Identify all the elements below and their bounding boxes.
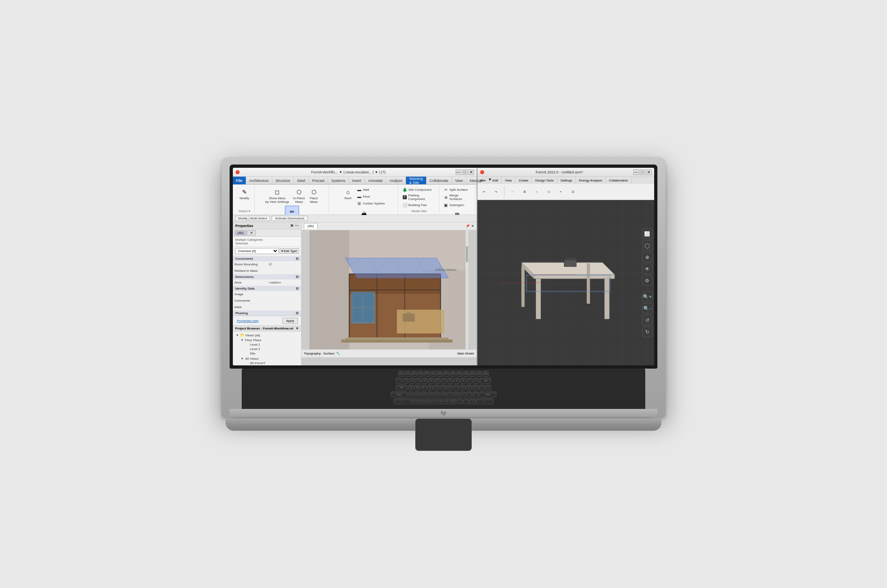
key-semicolon[interactable]: ; [467, 392, 472, 397]
formit-minimize-btn[interactable]: — [633, 169, 639, 175]
formit-tab-collaboration[interactable]: Collaboration [606, 177, 632, 184]
key-0[interactable]: 0 [460, 378, 466, 384]
key-z[interactable]: Z [412, 398, 417, 404]
formit-tab-settings[interactable]: Settings [557, 177, 576, 184]
key-w[interactable]: W [414, 385, 420, 390]
ribbon-btn-modify[interactable]: ✎ Modify [238, 186, 251, 201]
tab-manage[interactable]: Manage [467, 177, 487, 184]
formit-btn-forward[interactable]: ↪ [490, 185, 502, 199]
formit-btn-back[interactable]: ↩ [478, 185, 490, 199]
key-rbracket[interactable]: ] [479, 385, 485, 390]
tab-collaborate[interactable]: Collaborate [427, 177, 452, 184]
key-h[interactable]: H [441, 392, 446, 397]
formit-tool-eye[interactable]: 👁 [642, 264, 653, 274]
formit-tool-cube[interactable]: ⬜ [642, 229, 653, 239]
key-9[interactable]: 9 [454, 378, 460, 384]
3dviews-label[interactable]: ▼ 3D Views [238, 357, 300, 361]
tab-architecture[interactable]: Architecture [246, 177, 272, 184]
revit-close-btn[interactable]: ✕ [469, 169, 474, 175]
room-bounding-value[interactable]: ☑ [267, 262, 301, 267]
formit-tool-rotate-left[interactable]: ↺ [642, 315, 653, 325]
key-g[interactable]: G [434, 392, 440, 397]
formit-tab-view[interactable]: View [502, 177, 515, 184]
key-backtick[interactable]: ` [396, 378, 402, 384]
ribbon-btn-curtain[interactable]: ⊞ Curtain System [355, 200, 386, 206]
phasing-section-header[interactable]: Phasing ⊟ [233, 311, 301, 316]
key-f[interactable]: F [428, 392, 433, 397]
key-f6[interactable]: F6 [437, 371, 443, 377]
formit-tool-zoom-in[interactable]: 🔍+ [642, 292, 653, 302]
formit-tool-nav[interactable]: ⊕ [642, 252, 653, 263]
apply-btn[interactable]: Apply [282, 318, 298, 324]
formit-tool-zoom-out[interactable]: 🔍- [642, 303, 653, 314]
tab-view[interactable]: View [452, 177, 467, 184]
key-f5[interactable]: F5 [431, 371, 436, 377]
formit-tool-sphere[interactable]: ◯ [642, 240, 653, 251]
ribbon-expand-btn[interactable]: ▼ [487, 177, 494, 184]
tab-structure[interactable]: Structure [272, 177, 294, 184]
ribbon-btn-floor[interactable]: ▬ Floor [355, 193, 386, 200]
key-l[interactable]: L [460, 392, 466, 397]
viewport-content[interactable]: Graded Region 1 : 100 [301, 230, 477, 357]
revit-maximize-btn[interactable]: □ [462, 169, 468, 175]
key-minus[interactable]: - [467, 378, 473, 384]
key-8[interactable]: 8 [448, 378, 453, 384]
key-f4[interactable]: F4 [424, 371, 430, 377]
key-f11[interactable]: F11 [470, 371, 476, 377]
key-f12[interactable]: F12 [476, 371, 482, 377]
key-p[interactable]: P [466, 385, 472, 390]
key-e[interactable]: E [421, 385, 427, 390]
key-v[interactable]: V [431, 398, 437, 404]
key-3[interactable]: 3 [415, 378, 421, 384]
key-quote[interactable]: ' [473, 392, 479, 397]
formit-tab-energy[interactable]: Energy Analysis [576, 177, 606, 184]
key-del[interactable]: Del [483, 371, 489, 377]
ribbon-btn-split-surface[interactable]: ✂ Split Surface [442, 186, 473, 193]
key-2[interactable]: 2 [409, 378, 414, 384]
formit-tool-rotate-right[interactable]: ↻ [642, 327, 653, 337]
key-i[interactable]: I [453, 385, 459, 390]
ribbon-btn-roof[interactable]: ⌂ Roof [341, 186, 354, 206]
activate-dimensions-btn[interactable]: Activate Dimensions [272, 216, 308, 221]
key-n[interactable]: N [444, 398, 450, 404]
formit-btn-arrow[interactable]: → [507, 185, 518, 199]
touchpad[interactable] [415, 419, 472, 451]
constraints-section-header[interactable]: Constraints ⊟ [233, 256, 301, 261]
ribbon-btn-site-component[interactable]: 🌲 Site Component [401, 186, 437, 193]
tab-precast[interactable]: Precast [309, 177, 328, 184]
key-7[interactable]: 7 [441, 378, 447, 384]
key-u[interactable]: U [447, 385, 452, 390]
key-m[interactable]: M [450, 398, 456, 404]
formit-btn-circle[interactable]: ○ [531, 185, 542, 199]
key-a[interactable]: A [408, 392, 414, 397]
formit-tab-design-tools[interactable]: Design Tools [532, 177, 557, 184]
key-caps[interactable]: Caps [391, 392, 408, 397]
key-j[interactable]: J [447, 392, 453, 397]
prop-3d-tab[interactable]: (3D) [234, 230, 247, 236]
key-slash[interactable]: / [470, 398, 475, 404]
tab-systems[interactable]: Systems [328, 177, 349, 184]
key-y[interactable]: Y [440, 385, 446, 390]
formit-btn-add[interactable]: + [555, 185, 567, 199]
ribbon-btn-parking[interactable]: 🅿 Parking Component [401, 193, 437, 201]
viewport-pin-btn[interactable]: 📌 [466, 224, 470, 228]
properties-close-btn[interactable]: ✕ ⋯ [290, 223, 299, 228]
key-k[interactable]: K [454, 392, 459, 397]
key-f2[interactable]: F2 [411, 371, 417, 377]
key-period[interactable]: . [463, 398, 469, 404]
ribbon-btn-inplace-mass[interactable]: ⬡ In-PlaceMass [291, 186, 306, 205]
key-5[interactable]: 5 [428, 378, 434, 384]
key-4[interactable]: 4 [422, 378, 427, 384]
key-x[interactable]: X [418, 398, 424, 404]
key-f7[interactable]: F7 [444, 371, 449, 377]
key-equals[interactable]: = [473, 378, 479, 384]
site-item[interactable]: Site [243, 351, 300, 356]
prop-close-tab[interactable]: ✕ [247, 230, 256, 236]
key-t[interactable]: T [434, 385, 439, 390]
tab-annotate[interactable]: Annotate [365, 177, 386, 184]
key-f1[interactable]: F1 [405, 371, 410, 377]
key-f10[interactable]: F10 [463, 371, 469, 377]
viewport-3d-tab[interactable]: (3D) [304, 223, 318, 229]
key-shift-left[interactable]: ⇧ [394, 398, 411, 404]
key-f9[interactable]: F9 [456, 371, 462, 377]
